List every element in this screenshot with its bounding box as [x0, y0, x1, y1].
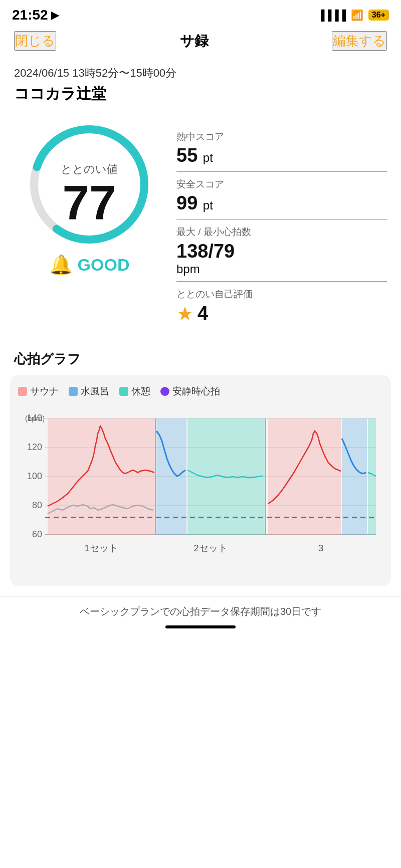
status-icons: ▐▐▐▐ 📶 36+: [317, 9, 389, 21]
legend-water-dot: [69, 387, 78, 396]
legend-heart-dot: [160, 387, 169, 396]
graph-section: 心拍グラフ サウナ 水風呂 休憩 安静時心拍: [0, 340, 401, 586]
circle-label: ととのい値: [61, 162, 118, 177]
svg-text:60: 60: [32, 529, 42, 539]
close-button[interactable]: 閉じる: [14, 31, 56, 51]
session-info: 2024/06/15 13時52分〜15時00分 ココカラ辻堂: [0, 58, 401, 109]
right-stats: 熱中スコア 55 pt 安全スコア 99 pt 最大 / 最小心拍数 138/7…: [176, 119, 387, 330]
focus-score-item: 熱中スコア 55 pt: [176, 124, 387, 172]
focus-score-value: 55 pt: [176, 145, 387, 166]
star-value: 4: [197, 303, 208, 324]
heart-rate-value: 138/79 bpm: [176, 241, 387, 276]
safety-score-label: 安全スコア: [176, 178, 387, 191]
circle-score-value: 77: [63, 179, 116, 227]
legend-heart: 安静時心拍: [160, 385, 220, 398]
legend-rest-dot: [119, 387, 128, 396]
page-title: サ録: [180, 32, 209, 51]
chart-wrapper: 140 120 100 80 60 (bpm): [18, 406, 383, 578]
session-date: 2024/06/15 13時52分〜15時00分: [14, 66, 387, 81]
graph-title: 心拍グラフ: [0, 350, 401, 375]
status-bar: 21:52 ▶ ▐▐▐▐ 📶 36+: [0, 0, 401, 27]
stats-area: ととのい値 77 🔔 GOOD 熱中スコア 55 pt 安全スコア 99 pt: [0, 109, 401, 335]
good-label: GOOD: [78, 255, 130, 275]
legend-water: 水風呂: [69, 385, 109, 398]
wifi-icon: 📶: [351, 9, 363, 21]
chart-svg: 140 120 100 80 60 (bpm): [18, 406, 383, 576]
battery-badge: 36+: [368, 10, 389, 21]
legend-sauna-dot: [18, 387, 27, 396]
nav-bar: 閉じる サ録 編集する: [0, 27, 401, 58]
svg-text:(bpm): (bpm): [25, 414, 45, 422]
safety-score-item: 安全スコア 99 pt: [176, 172, 387, 220]
graph-card: サウナ 水風呂 休憩 安静時心拍 140 120 100 80: [10, 375, 391, 586]
heart-rate-label: 最大 / 最小心拍数: [176, 226, 387, 239]
star-icon: ★: [176, 303, 193, 325]
status-time: 21:52 ▶: [12, 7, 59, 23]
svg-text:120: 120: [27, 442, 42, 452]
legend-rest: 休憩: [119, 385, 150, 398]
safety-score-value: 99 pt: [176, 193, 387, 214]
good-badge: 🔔 GOOD: [49, 254, 130, 276]
circle-gauge: ととのい値 77 🔔 GOOD: [14, 119, 164, 290]
location-arrow-icon: ▶: [51, 9, 59, 21]
self-eval-stars: ★ 4: [176, 303, 387, 325]
graph-legend: サウナ 水風呂 休憩 安静時心拍: [18, 385, 383, 398]
bottom-bar: ベーシックプランでの心拍データ保存期間は30日です: [0, 596, 401, 636]
session-location: ココカラ辻堂: [14, 84, 387, 104]
self-eval-item: ととのい自己評価 ★ 4: [176, 282, 387, 330]
svg-text:100: 100: [27, 471, 42, 481]
legend-sauna: サウナ: [18, 385, 59, 398]
edit-button[interactable]: 編集する: [332, 31, 387, 51]
home-indicator: [165, 625, 236, 628]
svg-text:1セット: 1セット: [84, 543, 118, 553]
bell-icon: 🔔: [49, 254, 73, 276]
svg-text:80: 80: [32, 500, 42, 510]
self-eval-label: ととのい自己評価: [176, 288, 387, 301]
signal-icon: ▐▐▐▐: [317, 10, 346, 21]
circle-inner: ととのい値 77: [34, 139, 144, 250]
footer-text: ベーシックプランでの心拍データ保存期間は30日です: [14, 605, 387, 618]
focus-score-label: 熱中スコア: [176, 130, 387, 143]
time-label: 21:52: [12, 7, 48, 23]
svg-text:3: 3: [318, 543, 324, 553]
svg-text:2セット: 2セット: [193, 543, 228, 553]
heart-rate-item: 最大 / 最小心拍数 138/79 bpm: [176, 220, 387, 282]
